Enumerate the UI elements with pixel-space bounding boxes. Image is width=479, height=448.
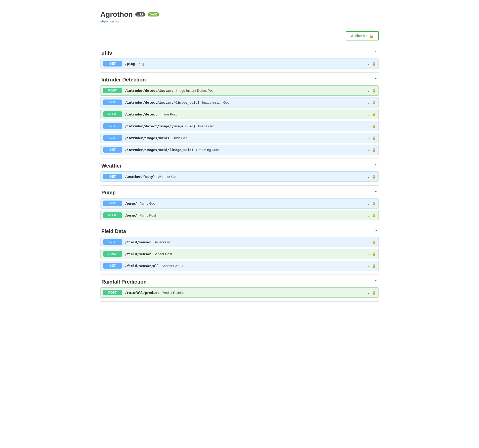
method-badge-get: GET bbox=[103, 61, 122, 67]
endpoint-actions: ⌄ 🔒 bbox=[367, 124, 376, 128]
expand-chevron-icon: ⌄ bbox=[367, 88, 370, 93]
lock-icon: 🔒 bbox=[372, 89, 376, 93]
section-header-weather[interactable]: Weather ⌃ bbox=[100, 163, 379, 171]
endpoint-desc: Predict Rainfall bbox=[162, 291, 184, 295]
expand-chevron-icon: ⌄ bbox=[367, 240, 370, 244]
app-title: Agrothon bbox=[100, 10, 133, 19]
section-utils: utils ⌃ GET /ping Ping ⌄ 🔒 bbox=[100, 46, 379, 73]
section-header-intruder-detection[interactable]: Intruder Detection ⌃ bbox=[100, 77, 379, 85]
endpoint-path: /weather/{city} bbox=[125, 175, 155, 179]
section-rainfall-prediction: Rainfall Prediction ⌃ POST /rainfall/pre… bbox=[100, 275, 379, 302]
chevron-up-icon: ⌃ bbox=[374, 163, 378, 169]
sections-container: utils ⌃ GET /ping Ping ⌄ 🔒 Intruder Dete… bbox=[100, 46, 379, 302]
section-header-pump[interactable]: Pump ⌃ bbox=[100, 190, 379, 198]
method-badge-get: GET bbox=[103, 263, 122, 269]
endpoint-actions: ⌄ 🔒 bbox=[367, 112, 376, 116]
endpoint-actions: ⌄ 🔒 bbox=[367, 264, 376, 268]
lock-icon: 🔒 bbox=[372, 252, 376, 256]
section-title: utils bbox=[102, 50, 112, 56]
endpoint-desc: Image Get bbox=[198, 124, 214, 128]
lock-icon: 🔒 bbox=[372, 62, 376, 66]
endpoint-desc: Image Instant Detect Post bbox=[176, 89, 214, 93]
endpoint-path: /intruder/detect/image/{image_uuid} bbox=[125, 124, 196, 128]
section-field-data: Field Data ⌃ GET /field/sensor Sensor Ge… bbox=[100, 224, 379, 275]
authorize-button[interactable]: Authorize 🔓 bbox=[346, 31, 379, 40]
method-badge-get: GET bbox=[103, 123, 122, 129]
endpoint-row[interactable]: POST /intruder/detect Image Post ⌄ 🔒 bbox=[100, 109, 379, 119]
lock-icon: 🔒 bbox=[372, 124, 376, 128]
lock-icon: 🔒 bbox=[372, 148, 376, 152]
endpoint-actions: ⌄ 🔒 bbox=[367, 88, 376, 93]
endpoint-row[interactable]: GET /field/sensor Sensor Get ⌄ 🔒 bbox=[100, 237, 379, 247]
endpoint-actions: ⌄ 🔒 bbox=[367, 100, 376, 104]
endpoint-desc: Image Post bbox=[160, 112, 177, 116]
endpoint-row[interactable]: GET /ping Ping ⌄ 🔒 bbox=[100, 59, 379, 69]
endpoint-row[interactable]: GET /intruder/detect/instant/{image_uuid… bbox=[100, 97, 379, 107]
endpoint-desc: Sensor Get bbox=[154, 240, 171, 244]
expand-chevron-icon: ⌄ bbox=[367, 252, 370, 256]
expand-chevron-icon: ⌄ bbox=[367, 175, 370, 179]
method-badge-get: GET bbox=[103, 147, 122, 153]
endpoint-path: /intruder/images/uuids bbox=[125, 136, 169, 140]
endpoint-row[interactable]: POST /field/sensor Sensor Post ⌄ 🔒 bbox=[100, 249, 379, 259]
expand-chevron-icon: ⌄ bbox=[367, 112, 370, 116]
expand-chevron-icon: ⌄ bbox=[367, 124, 370, 128]
section-header-rainfall-prediction[interactable]: Rainfall Prediction ⌃ bbox=[100, 279, 379, 287]
endpoint-desc: Pump Post bbox=[139, 213, 156, 217]
method-badge-post: POST bbox=[103, 111, 122, 117]
expand-chevron-icon: ⌄ bbox=[367, 136, 370, 140]
chevron-up-icon: ⌃ bbox=[374, 229, 378, 234]
section-weather: Weather ⌃ GET /weather/{city} Weather Ge… bbox=[100, 159, 379, 186]
lock-icon: 🔒 bbox=[372, 101, 376, 104]
endpoint-desc: Get Using Uuid bbox=[196, 148, 219, 152]
expand-chevron-icon: ⌄ bbox=[367, 201, 370, 205]
authorize-row: Authorize 🔓 bbox=[100, 26, 379, 46]
endpoint-desc: Sensor Post bbox=[154, 252, 172, 256]
lock-icon: 🔒 bbox=[372, 213, 376, 217]
lock-icon: 🔒 bbox=[372, 240, 376, 244]
endpoint-actions: ⌄ 🔒 bbox=[367, 136, 376, 140]
endpoint-path: /field/sensor/all bbox=[125, 264, 159, 268]
endpoint-path: /field/sensor bbox=[125, 252, 151, 256]
section-header-field-data[interactable]: Field Data ⌃ bbox=[100, 228, 379, 237]
endpoint-path: /rainfall/predict bbox=[125, 291, 159, 295]
lock-icon: 🔒 bbox=[372, 136, 376, 140]
endpoint-row[interactable]: GET /intruder/detect/image/{image_uuid} … bbox=[100, 121, 379, 131]
method-badge-get: GET bbox=[103, 239, 122, 245]
endpoint-path: /pump/ bbox=[125, 202, 137, 205]
endpoint-row[interactable]: GET /weather/{city} Weather Get ⌄ 🔒 bbox=[100, 171, 379, 182]
endpoint-actions: ⌄ 🔒 bbox=[367, 213, 376, 217]
method-badge-post: POST bbox=[103, 251, 122, 257]
method-badge-get: GET bbox=[103, 201, 122, 206]
endpoint-desc: Uuids Get bbox=[172, 136, 187, 140]
chevron-up-icon: ⌃ bbox=[374, 77, 378, 83]
method-badge-post: POST bbox=[103, 212, 122, 218]
endpoint-path: /intruder/detect/instant bbox=[125, 89, 173, 93]
section-header-utils[interactable]: utils ⌃ bbox=[100, 50, 379, 59]
endpoint-row[interactable]: GET /pump/ Pump Get ⌄ 🔒 bbox=[100, 198, 379, 209]
version-badge: 1.2.9 bbox=[135, 12, 145, 16]
endpoint-row[interactable]: GET /intruder/images/uuid/{image_uuid} G… bbox=[100, 145, 379, 155]
method-badge-post: POST bbox=[103, 290, 122, 295]
endpoint-row[interactable]: POST /pump/ Pump Post ⌄ 🔒 bbox=[100, 210, 379, 220]
expand-chevron-icon: ⌄ bbox=[367, 148, 370, 152]
lock-icon: 🔒 bbox=[372, 202, 376, 205]
lock-icon: 🔒 bbox=[372, 175, 376, 179]
method-badge-get: GET bbox=[103, 174, 122, 179]
section-title: Rainfall Prediction bbox=[102, 279, 147, 285]
endpoint-actions: ⌄ 🔒 bbox=[367, 252, 376, 256]
json-link[interactable]: /Agrothon.json bbox=[100, 20, 379, 23]
endpoint-row[interactable]: POST /rainfall/predict Predict Rainfall … bbox=[100, 287, 379, 298]
endpoint-row[interactable]: POST /intruder/detect/instant Image Inst… bbox=[100, 85, 379, 96]
section-title: Field Data bbox=[102, 228, 126, 234]
section-title: Pump bbox=[102, 190, 116, 196]
lock-icon: 🔓 bbox=[369, 34, 374, 38]
endpoint-row[interactable]: GET /intruder/images/uuids Uuids Get ⌄ 🔒 bbox=[100, 133, 379, 143]
expand-chevron-icon: ⌄ bbox=[367, 264, 370, 268]
lock-icon: 🔒 bbox=[372, 112, 376, 116]
endpoint-actions: ⌄ 🔒 bbox=[367, 175, 376, 179]
expand-chevron-icon: ⌄ bbox=[367, 213, 370, 217]
section-intruder-detection: Intruder Detection ⌃ POST /intruder/dete… bbox=[100, 73, 379, 159]
endpoint-desc: Ping bbox=[138, 62, 144, 66]
endpoint-row[interactable]: GET /field/sensor/all Sensor Get All ⌄ 🔒 bbox=[100, 261, 379, 271]
